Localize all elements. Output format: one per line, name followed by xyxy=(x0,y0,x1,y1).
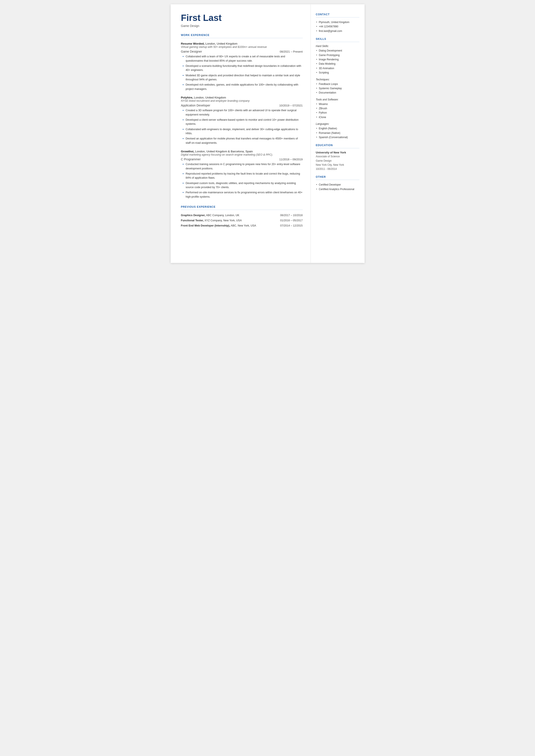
prev-dates-1: 06/2017 – 10/2018 xyxy=(280,213,302,217)
work-experience-title: WORK EXPERIENCE xyxy=(181,34,303,37)
technique-systemic: Systemic Gameplay xyxy=(316,86,359,91)
skill-dialog: Dialog Development xyxy=(316,48,359,53)
company-desc-3: Digital marketing agency focusing on sea… xyxy=(181,153,303,156)
job-dates-3: 11/2018 – 09/2019 xyxy=(279,158,302,161)
prev-left-3: Front End Web Developer (Internship), AB… xyxy=(181,224,280,228)
tool-zbrush: ZBrush xyxy=(316,106,359,111)
company-desc-1: Virtual gaming startup with 50+ employee… xyxy=(181,45,303,48)
resume-container: First Last Game Design WORK EXPERIENCE R… xyxy=(171,4,365,263)
prev-left-1: Graphics Designer, ABC Company, London, … xyxy=(181,213,280,217)
prev-rest-3: ABC, New York, USA xyxy=(230,224,256,227)
prev-left-2: Functional Tester, XYZ Company, New York… xyxy=(181,218,280,223)
applicant-name: First Last xyxy=(181,13,303,23)
edu-degree: Associate of Science xyxy=(316,154,359,159)
company-name-2: Polyhire, London, United Kingdom xyxy=(181,96,303,99)
technique-documentation: Documentation xyxy=(316,91,359,95)
language-romanian: Romanian (Native) xyxy=(316,131,359,135)
tools-label: Tools and Software: xyxy=(316,98,359,101)
company-name-3: Growthsi, London, United Kingdom & Barce… xyxy=(181,149,303,153)
other-title: OTHER xyxy=(316,176,359,179)
prev-bold-2: Functional Tester, xyxy=(181,219,204,222)
company-bold-1: Resume Worded, xyxy=(181,42,205,45)
bullet-2-2: Developed a client-server software-based… xyxy=(182,118,303,126)
job-title-2: Application Developer xyxy=(181,104,210,107)
bullet-3-3: Developed custom tools, diagnostic utili… xyxy=(182,181,303,190)
edu-school: University of New York xyxy=(316,151,359,154)
company-bold-2: Polyhire, xyxy=(181,96,193,99)
education-divider xyxy=(316,148,359,148)
company-name-1: Resume Worded, London, United Kingdom xyxy=(181,42,303,45)
tool-iclone: iClone xyxy=(316,115,359,119)
contact-location: Plymouth, United Kingdom xyxy=(316,20,359,24)
techniques-label: Techniques: xyxy=(316,78,359,81)
bullet-2-4: Devised an application for mobile phones… xyxy=(182,137,303,145)
job-block-1: Resume Worded, London, United Kingdom Vi… xyxy=(181,42,303,91)
hard-skills-list: Dialog Development Game Prototyping Imag… xyxy=(316,48,359,75)
job-block-3: Growthsi, London, United Kingdom & Barce… xyxy=(181,149,303,199)
bullet-list-2: Created a 3D software program for 100+ c… xyxy=(181,108,303,145)
languages-label: Languages: xyxy=(316,123,359,126)
applicant-subtitle: Game Design xyxy=(181,24,303,28)
education-block: University of New York Associate of Scie… xyxy=(316,151,359,171)
prev-row-2: Functional Tester, XYZ Company, New York… xyxy=(181,218,303,223)
prev-rest-2: XYZ Company, New York, USA xyxy=(204,219,242,222)
edu-field: Game Design xyxy=(316,159,359,163)
job-row-2: Application Developer 10/2019 – 07/2021 xyxy=(181,104,303,107)
other-certified-dev: Certified Developer xyxy=(316,182,359,187)
contact-email: first.last@gmail.com xyxy=(316,29,359,33)
bullet-1-4: Developed rich websites, games, and mobi… xyxy=(182,83,303,91)
company-rest-1: London, United Kingdom xyxy=(205,42,238,45)
bullet-1-1: Collaborated with a team of 60+ UX exper… xyxy=(182,55,303,63)
contact-divider xyxy=(316,17,359,17)
skill-3d-animation: 3D Animation xyxy=(316,66,359,70)
bullet-3-2: Reproduced reported problems by tracing … xyxy=(182,172,303,180)
skills-title: SKILLS xyxy=(316,38,359,41)
skill-image-rendering: Image Rendering xyxy=(316,57,359,62)
company-bold-3: Growthsi, xyxy=(181,150,194,153)
bullet-1-2: Developed a scenario-building functional… xyxy=(182,64,303,72)
job-row-3: C Programmer 11/2018 – 09/2019 xyxy=(181,157,303,161)
bullet-3-1: Conducted training sessions in C program… xyxy=(182,162,303,171)
job-dates-2: 10/2019 – 07/2021 xyxy=(279,104,302,107)
tool-python: Python xyxy=(316,111,359,115)
bullet-1-3: Modeled 3D game objects and provided dir… xyxy=(182,73,303,82)
education-title: EDUCATION xyxy=(316,144,359,147)
hard-skills-label: Hard Skills: xyxy=(316,44,359,48)
tools-list: Mixamo ZBrush Python iClone xyxy=(316,102,359,120)
prev-bold-3: Front End Web Developer (Internship), xyxy=(181,224,230,227)
company-rest-3: London, United Kingdom & Barcelona, Spai… xyxy=(194,150,253,153)
skill-scripting: Scripting xyxy=(316,70,359,75)
bullet-list-3: Conducted training sessions in C program… xyxy=(181,162,303,199)
sidebar: CONTACT Plymouth, United Kingdom +44 123… xyxy=(311,4,365,263)
prev-bold-1: Graphics Designer, xyxy=(181,214,206,217)
job-title-1: Game Designer xyxy=(181,50,202,53)
bullet-3-4: Performed on-site maintenance services t… xyxy=(182,190,303,199)
job-block-2: Polyhire, London, United Kingdom NYSE-li… xyxy=(181,96,303,145)
other-certified-analytics: Certified Analytics Professional xyxy=(316,187,359,191)
job-dates-1: 08/2021 – Present xyxy=(280,50,302,53)
previous-experience-list: Graphics Designer, ABC Company, London, … xyxy=(181,213,303,228)
tool-mixamo: Mixamo xyxy=(316,102,359,106)
prev-row-3: Front End Web Developer (Internship), AB… xyxy=(181,224,303,228)
edu-location: New York City, New York xyxy=(316,163,359,167)
prev-rest-1: ABC Company, London, UK xyxy=(205,214,239,217)
work-experience-divider xyxy=(181,38,303,38)
skill-data-modeling: Data Modeling xyxy=(316,62,359,66)
edu-dates: 10/2011 - 06/2014 xyxy=(316,167,359,171)
company-desc-2: NYSE-listed recruitment and employer bra… xyxy=(181,99,303,102)
previous-experience-title: PREVIOUS EXPERIENCE xyxy=(181,205,303,209)
language-spanish: Spanish (Conversational) xyxy=(316,135,359,139)
skill-prototyping: Game Prototyping xyxy=(316,53,359,57)
contact-title: CONTACT xyxy=(316,13,359,16)
prev-dates-2: 01/2016 – 05/2017 xyxy=(280,218,302,223)
skills-divider xyxy=(316,42,359,42)
main-column: First Last Game Design WORK EXPERIENCE R… xyxy=(171,4,311,263)
bullet-list-1: Collaborated with a team of 60+ UX exper… xyxy=(181,55,303,91)
technique-feedback: Feedback Loops xyxy=(316,82,359,86)
prev-row-1: Graphics Designer, ABC Company, London, … xyxy=(181,213,303,217)
job-title-3: C Programmer xyxy=(181,157,201,161)
languages-list: English (Native) Romanian (Native) Spani… xyxy=(316,126,359,139)
bullet-2-3: Collaborated with engineers to design, i… xyxy=(182,127,303,136)
other-list: Certified Developer Certified Analytics … xyxy=(316,182,359,191)
contact-list: Plymouth, United Kingdom +44 1234567890 … xyxy=(316,20,359,33)
